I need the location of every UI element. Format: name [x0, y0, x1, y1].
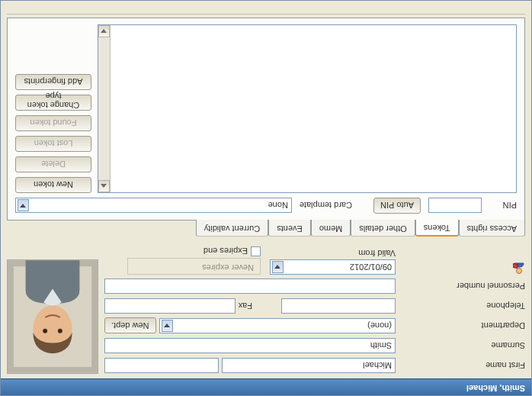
- telephone-label: Telephone: [396, 301, 525, 311]
- tokens-top-row: PIN Auto PIN Card template None: [15, 198, 517, 214]
- user-editor-window: Smith, Michael First name Surname: [0, 0, 532, 396]
- chevron-down-icon: [272, 261, 284, 273]
- tab-tokens[interactable]: Tokens: [415, 220, 459, 237]
- first-name-extra-input[interactable]: [104, 358, 219, 373]
- tab-other-details[interactable]: Other details: [351, 220, 415, 237]
- pin-label: PIN: [489, 201, 517, 211]
- valid-from-value: 09/01/2012: [350, 262, 392, 272]
- add-fingerprints-button[interactable]: Add fingerprints: [15, 74, 91, 90]
- scroll-up-icon[interactable]: [98, 180, 110, 192]
- token-listbox[interactable]: [98, 24, 517, 193]
- card-template-label: Card template: [300, 201, 352, 211]
- card-template-value: None: [268, 201, 288, 211]
- never-expires-text: Never expires: [131, 259, 257, 274]
- change-token-type-button[interactable]: Change token type: [15, 95, 91, 111]
- details-section: First name Surname Department: [7, 243, 525, 374]
- expires-end-label: Expires end: [204, 247, 248, 256]
- fax-label: Fax: [239, 301, 252, 311]
- tokens-panel: PIN Auto PIN Card template None New: [7, 18, 525, 221]
- window-title: Smith, Michael: [1, 378, 531, 395]
- department-label: Department: [396, 321, 525, 330]
- auto-pin-button[interactable]: Auto PIN: [373, 198, 421, 214]
- tab-access-rights[interactable]: Access rights: [459, 220, 525, 237]
- found-token-button[interactable]: Found token: [15, 115, 91, 131]
- tab-memo[interactable]: Memo: [311, 220, 351, 237]
- department-select[interactable]: (none): [159, 318, 396, 333]
- valid-from-label: Valid from: [270, 249, 396, 258]
- person-icon: [513, 262, 525, 275]
- first-name-label: First name: [396, 361, 525, 370]
- tab-strip: Access rights Tokens Other details Memo …: [7, 220, 525, 237]
- tokens-body: New token Delete Lost token Found token …: [15, 24, 517, 193]
- chevron-down-icon: [162, 320, 173, 332]
- new-dept-button[interactable]: New dept.: [104, 318, 156, 334]
- valid-from-date[interactable]: 09/01/2012: [270, 259, 396, 275]
- expires-end-checkbox[interactable]: [251, 246, 261, 256]
- new-token-button[interactable]: New token: [15, 177, 91, 193]
- person-icon-cell: [396, 261, 525, 275]
- delete-button[interactable]: Delete: [15, 156, 91, 172]
- personnel-number-label: Personnel number: [396, 282, 525, 291]
- lost-token-button[interactable]: Lost token: [15, 136, 91, 152]
- svg-point-5: [58, 329, 62, 333]
- scrollbar[interactable]: [98, 25, 111, 192]
- user-photo[interactable]: [7, 259, 98, 374]
- scroll-down-icon[interactable]: [98, 25, 110, 37]
- svg-point-6: [43, 329, 47, 333]
- telephone-input[interactable]: [281, 298, 396, 314]
- surname-input[interactable]: [104, 338, 396, 353]
- card-template-select[interactable]: None: [15, 198, 292, 214]
- chevron-down-icon: [18, 200, 29, 212]
- footer-area: [7, 4, 525, 14]
- content-area: First name Surname Department: [1, 1, 531, 378]
- svg-rect-1: [513, 264, 518, 269]
- personnel-number-input[interactable]: [104, 278, 396, 294]
- department-value: (none): [367, 321, 392, 330]
- svg-point-0: [517, 269, 522, 274]
- tab-events[interactable]: Events: [268, 220, 311, 237]
- first-name-input[interactable]: [222, 358, 396, 373]
- pin-input[interactable]: [428, 198, 482, 214]
- details-fields: First name Surname Department: [104, 243, 525, 374]
- fax-input[interactable]: [104, 298, 236, 314]
- tab-current-validity[interactable]: Current validity: [196, 220, 268, 237]
- surname-label: Surname: [396, 341, 525, 350]
- token-side-buttons: New token Delete Lost token Found token …: [15, 24, 91, 193]
